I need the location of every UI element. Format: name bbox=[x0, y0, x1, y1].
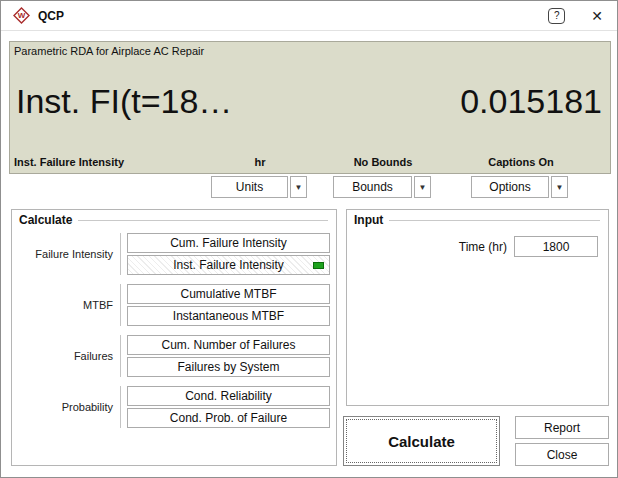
input-group-title: Input bbox=[347, 210, 608, 227]
status-metric: Inst. Failure Intensity bbox=[14, 156, 124, 168]
calc-category-label: Failure Intensity bbox=[12, 233, 120, 275]
result-row: Inst. FI(t=18… 0.015181 bbox=[16, 82, 602, 121]
group-title-label: Calculate bbox=[19, 213, 72, 227]
button-label: Inst. Failure Intensity bbox=[173, 258, 284, 272]
calculate-group-body: Failure Intensity Cum. Failure Intensity… bbox=[12, 227, 336, 428]
button-label: Cumulative MTBF bbox=[180, 287, 276, 301]
time-input-label: Time (hr) bbox=[459, 240, 507, 254]
section-probability: Probability Cond. Reliability Cond. Prob… bbox=[12, 386, 336, 428]
qcp-window: W QCP ? ✕ Parametric RDA for Airplace AC… bbox=[0, 0, 618, 478]
close-icon[interactable]: ✕ bbox=[587, 8, 607, 24]
section-failure-intensity: Failure Intensity Cum. Failure Intensity… bbox=[12, 233, 336, 275]
calc-category-label: Failures bbox=[12, 335, 120, 377]
button-label: Failures by System bbox=[177, 360, 279, 374]
calc-category-label: MTBF bbox=[12, 284, 120, 326]
close-button[interactable]: Close bbox=[515, 443, 609, 466]
status-captions: Captions On bbox=[488, 156, 553, 168]
bounds-split-button: Bounds ▼ bbox=[333, 176, 431, 198]
options-split-button: Options ▼ bbox=[471, 176, 568, 198]
section-mtbf: MTBF Cumulative MTBF Instantaneous MTBF bbox=[12, 284, 336, 326]
status-row: Inst. Failure Intensity hr No Bounds Cap… bbox=[10, 156, 610, 170]
report-button[interactable]: Report bbox=[515, 416, 609, 439]
calc-buttons: Cum. Number of Failures Failures by Syst… bbox=[121, 335, 330, 377]
button-label: Cum. Number of Failures bbox=[161, 338, 295, 352]
calc-button-cum-number-of-failures[interactable]: Cum. Number of Failures bbox=[127, 335, 330, 355]
titlebar: W QCP ? ✕ bbox=[1, 1, 617, 31]
section-failures: Failures Cum. Number of Failures Failure… bbox=[12, 335, 336, 377]
options-dropdown-arrow-icon[interactable]: ▼ bbox=[551, 176, 568, 198]
calc-button-inst-failure-intensity[interactable]: Inst. Failure Intensity bbox=[127, 255, 330, 275]
selected-indicator bbox=[313, 262, 324, 269]
result-label: Inst. FI(t=18… bbox=[16, 82, 232, 121]
calculate-group: Calculate Failure Intensity Cum. Failure… bbox=[11, 209, 337, 466]
button-label: Cum. Failure Intensity bbox=[170, 236, 287, 250]
options-button[interactable]: Options bbox=[471, 176, 549, 198]
units-button[interactable]: Units bbox=[211, 176, 288, 198]
calc-button-failures-by-system[interactable]: Failures by System bbox=[127, 357, 330, 377]
status-bounds: No Bounds bbox=[354, 156, 413, 168]
time-input[interactable] bbox=[514, 236, 598, 257]
svg-text:W: W bbox=[18, 11, 26, 20]
titlebar-buttons: ? ✕ bbox=[548, 8, 607, 24]
calc-button-cum-failure-intensity[interactable]: Cum. Failure Intensity bbox=[127, 233, 330, 253]
calc-button-instantaneous-mtbf[interactable]: Instantaneous MTBF bbox=[127, 306, 330, 326]
calc-buttons: Cum. Failure Intensity Inst. Failure Int… bbox=[121, 233, 330, 275]
calc-button-cumulative-mtbf[interactable]: Cumulative MTBF bbox=[127, 284, 330, 304]
group-title-label: Input bbox=[354, 213, 383, 227]
calc-button-cond-prob-of-failure[interactable]: Cond. Prob. of Failure bbox=[127, 408, 330, 428]
units-split-button: Units ▼ bbox=[211, 176, 307, 198]
status-units: hr bbox=[255, 156, 266, 168]
weibull-logo-icon: W bbox=[13, 7, 30, 24]
time-input-row: Time (hr) bbox=[347, 236, 608, 257]
calc-buttons: Cumulative MTBF Instantaneous MTBF bbox=[121, 284, 330, 326]
units-dropdown-arrow-icon[interactable]: ▼ bbox=[290, 176, 307, 198]
input-group: Input Time (hr) bbox=[346, 209, 609, 406]
bounds-button[interactable]: Bounds bbox=[333, 176, 412, 198]
window-title: QCP bbox=[38, 9, 64, 23]
analysis-title: Parametric RDA for Airplace AC Repair bbox=[10, 42, 610, 60]
button-label: Cond. Prob. of Failure bbox=[170, 411, 287, 425]
calc-buttons: Cond. Reliability Cond. Prob. of Failure bbox=[121, 386, 330, 428]
calculate-button[interactable]: Calculate bbox=[343, 416, 500, 466]
calculate-group-title: Calculate bbox=[12, 210, 336, 227]
calc-category-label: Probability bbox=[12, 386, 120, 428]
results-panel: Parametric RDA for Airplace AC Repair In… bbox=[9, 41, 611, 174]
result-value: 0.015181 bbox=[460, 82, 602, 121]
button-label: Cond. Reliability bbox=[185, 389, 272, 403]
button-label: Instantaneous MTBF bbox=[173, 309, 284, 323]
bounds-dropdown-arrow-icon[interactable]: ▼ bbox=[414, 176, 431, 198]
help-icon[interactable]: ? bbox=[548, 8, 565, 24]
calc-button-cond-reliability[interactable]: Cond. Reliability bbox=[127, 386, 330, 406]
